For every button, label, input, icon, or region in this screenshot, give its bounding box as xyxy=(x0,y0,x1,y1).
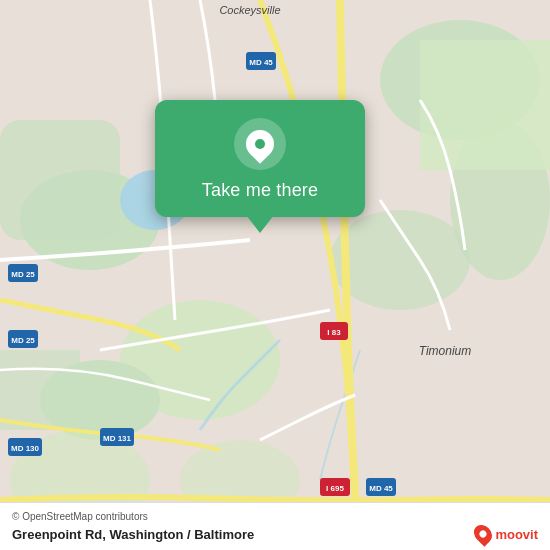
svg-text:MD 45: MD 45 xyxy=(369,484,393,493)
moovit-logo: moovit xyxy=(475,524,538,544)
svg-rect-9 xyxy=(420,40,550,170)
svg-text:Timonium: Timonium xyxy=(419,344,472,358)
svg-text:Cockeysville: Cockeysville xyxy=(219,4,280,16)
location-title: Greenpoint Rd, Washington / Baltimore mo… xyxy=(12,524,538,544)
map-container: MD 45 MD 25 MD 25 MD 130 MD 131 I 83 I 6… xyxy=(0,0,550,550)
location-icon-wrap xyxy=(234,118,286,170)
svg-rect-5 xyxy=(0,350,80,430)
svg-text:I 83: I 83 xyxy=(327,328,341,337)
svg-point-8 xyxy=(330,210,470,310)
svg-text:MD 25: MD 25 xyxy=(11,270,35,279)
map-attribution: © OpenStreetMap contributors xyxy=(12,511,538,522)
moovit-brand: moovit xyxy=(495,527,538,542)
svg-text:I 695: I 695 xyxy=(326,484,344,493)
svg-text:MD 130: MD 130 xyxy=(11,444,40,453)
take-me-there-button[interactable]: Take me there xyxy=(202,180,318,201)
popup-card: Take me there xyxy=(155,100,365,217)
bottom-bar: © OpenStreetMap contributors Greenpoint … xyxy=(0,502,550,550)
svg-text:MD 131: MD 131 xyxy=(103,434,132,443)
moovit-pin-icon xyxy=(471,521,496,546)
svg-text:MD 25: MD 25 xyxy=(11,336,35,345)
location-name: Greenpoint Rd, Washington / Baltimore xyxy=(12,527,254,542)
svg-rect-2 xyxy=(0,120,120,240)
map-background: MD 45 MD 25 MD 25 MD 130 MD 131 I 83 I 6… xyxy=(0,0,550,550)
svg-text:MD 45: MD 45 xyxy=(249,58,273,67)
location-pin-icon xyxy=(240,124,280,164)
